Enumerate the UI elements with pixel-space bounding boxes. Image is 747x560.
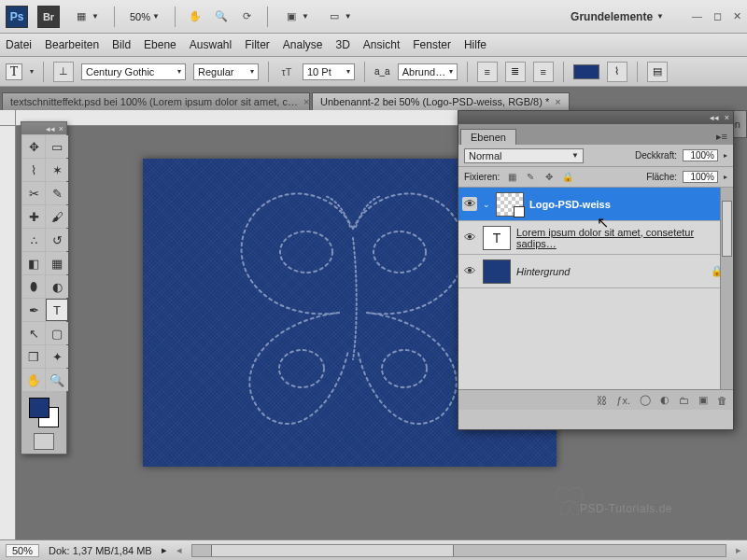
warp-text-button[interactable]: ⌇ — [607, 62, 627, 82]
maximize-icon[interactable]: ◻ — [713, 10, 722, 22]
type-tool-icon[interactable]: T — [46, 299, 68, 321]
antialias-dropdown[interactable]: Abrund…▾ — [398, 63, 458, 80]
fill-slider-icon[interactable]: ▸ — [724, 173, 727, 181]
minimize-icon[interactable]: — — [692, 10, 702, 22]
menu-bild[interactable]: Bild — [112, 38, 131, 51]
layer-name[interactable]: Logo-PSD-weiss — [529, 199, 729, 210]
layer-thumbnail[interactable] — [483, 259, 511, 284]
text-orientation-button[interactable]: ⊥ — [53, 62, 74, 82]
healing-tool-icon[interactable]: ✚ — [22, 205, 45, 228]
eyedropper-tool-icon[interactable]: ✎ — [46, 182, 68, 204]
layer-name[interactable]: Hintergrund — [516, 266, 705, 277]
zoom-level-dropdown[interactable]: 50%▼ — [126, 9, 163, 24]
panel-header[interactable]: ◂◂× — [21, 122, 66, 134]
new-layer-icon[interactable]: ▣ — [698, 394, 708, 406]
layer-thumbnail[interactable]: T — [483, 226, 511, 250]
vertical-ruler[interactable] — [0, 126, 16, 539]
menu-filter[interactable]: Filter — [245, 38, 270, 51]
menu-ansicht[interactable]: Ansicht — [363, 38, 400, 51]
hand-tool-icon[interactable]: ✋ — [22, 369, 45, 391]
lock-transparent-icon[interactable]: ▦ — [505, 171, 518, 184]
rotate-view-icon[interactable]: ⟳ — [239, 8, 256, 25]
screen-mode-dropdown[interactable]: ▭▼ — [322, 7, 356, 27]
view-extras-dropdown[interactable]: ▦▼ — [69, 7, 103, 27]
close-tab-icon[interactable]: × — [555, 96, 560, 107]
status-doc-info[interactable]: Dok: 1,37 MB/1,84 MB — [49, 545, 152, 556]
menu-analyse[interactable]: Analyse — [283, 38, 323, 51]
stamp-tool-icon[interactable]: ⛬ — [22, 229, 45, 251]
type-tool-preset-icon[interactable]: T — [6, 63, 22, 80]
pen-tool-icon[interactable]: ✒ — [22, 299, 45, 321]
font-size-dropdown[interactable]: 10 Pt▾ — [303, 63, 355, 80]
quickselect-tool-icon[interactable]: ✶ — [46, 159, 68, 181]
document-tab[interactable]: textschnitteffekt.psd bei 100% (Lorem ip… — [2, 92, 310, 110]
3d-camera-tool-icon[interactable]: ✦ — [46, 345, 68, 368]
3d-tool-icon[interactable]: ❒ — [22, 345, 45, 368]
bridge-logo-icon[interactable]: Br — [37, 6, 60, 28]
character-panel-button[interactable]: ▤ — [647, 62, 668, 82]
close-icon[interactable]: ✕ — [733, 10, 741, 22]
crop-tool-icon[interactable]: ✂ — [22, 182, 45, 204]
lock-all-icon[interactable]: 🔒 — [561, 171, 574, 184]
workspace-switcher[interactable]: Grundelemente▼ — [571, 10, 664, 23]
visibility-toggle-icon[interactable]: 👁 — [462, 197, 477, 211]
ruler-origin[interactable] — [0, 110, 16, 126]
gradient-tool-icon[interactable]: ▦ — [46, 252, 68, 274]
move-tool-icon[interactable]: ✥ — [22, 135, 45, 158]
add-mask-icon[interactable]: ◯ — [640, 394, 651, 406]
panel-titlebar[interactable]: ◂◂× — [458, 111, 733, 124]
brush-tool-icon[interactable]: 🖌 — [46, 205, 68, 228]
path-select-tool-icon[interactable]: ↖ — [22, 322, 45, 344]
align-right-button[interactable]: ≡ — [533, 62, 554, 82]
menu-bearbeiten[interactable]: Bearbeiten — [45, 38, 99, 51]
opacity-slider-icon[interactable]: ▸ — [724, 151, 727, 160]
menu-fenster[interactable]: Fenster — [413, 38, 451, 51]
scrollbar-vertical[interactable] — [720, 188, 733, 389]
fill-input[interactable]: 100% — [683, 171, 718, 183]
panel-menu-icon[interactable]: ▸≡ — [711, 129, 733, 145]
tab-ebenen[interactable]: Ebenen — [460, 129, 516, 145]
layer-row[interactable]: 👁 Hintergrund 🔒 — [458, 255, 733, 288]
link-layers-icon[interactable]: ⛓ — [597, 395, 607, 406]
status-info-menu-icon[interactable]: ▸ — [162, 544, 167, 556]
lock-pixels-icon[interactable]: ✎ — [524, 171, 537, 184]
dodge-tool-icon[interactable]: ◐ — [46, 275, 68, 298]
visibility-toggle-icon[interactable]: 👁 — [462, 231, 477, 245]
menu-hilfe[interactable]: Hilfe — [464, 38, 486, 51]
menu-3d[interactable]: 3D — [336, 38, 350, 51]
layer-fx-icon[interactable]: ƒx. — [616, 395, 630, 406]
font-family-dropdown[interactable]: Century Gothic▾ — [81, 63, 186, 80]
zoom-icon[interactable]: 🔍 — [213, 8, 230, 25]
foreground-color-swatch[interactable] — [29, 398, 49, 418]
zoom-tool-icon[interactable]: 🔍 — [46, 369, 68, 391]
blur-tool-icon[interactable]: ⬮ — [22, 275, 45, 298]
lasso-tool-icon[interactable]: ⌇ — [22, 159, 45, 181]
layer-name[interactable]: Lorem ipsum dolor sit amet, consetetur s… — [516, 227, 729, 249]
adjustment-layer-icon[interactable]: ◐ — [660, 394, 669, 406]
menu-auswahl[interactable]: Auswahl — [190, 38, 232, 51]
history-brush-tool-icon[interactable]: ↺ — [46, 229, 68, 251]
opacity-input[interactable]: 100% — [683, 149, 718, 161]
menu-datei[interactable]: Datei — [6, 38, 32, 51]
layer-row[interactable]: 👁 T Lorem ipsum dolor sit amet, consetet… — [458, 221, 733, 255]
lock-position-icon[interactable]: ✥ — [543, 171, 556, 184]
marquee-tool-icon[interactable]: ▭ — [46, 135, 68, 158]
font-style-dropdown[interactable]: Regular▾ — [193, 63, 259, 80]
delete-layer-icon[interactable]: 🗑 — [717, 395, 727, 406]
layer-thumbnail[interactable] — [496, 192, 524, 217]
layer-row[interactable]: 👁 ⌄ Logo-PSD-weiss — [458, 188, 733, 221]
text-color-swatch[interactable] — [573, 64, 599, 79]
visibility-toggle-icon[interactable]: 👁 — [462, 264, 477, 278]
blend-mode-dropdown[interactable]: Normal▼ — [464, 148, 584, 163]
document-tab[interactable]: Unbenannt-2 bei 50% (Logo-PSD-weiss, RGB… — [312, 92, 570, 110]
color-swatches[interactable] — [27, 396, 61, 429]
status-zoom[interactable]: 50% — [6, 544, 39, 557]
align-left-button[interactable]: ≡ — [477, 62, 498, 82]
new-group-icon[interactable]: 🗀 — [679, 395, 689, 406]
menu-ebene[interactable]: Ebene — [144, 38, 176, 51]
eraser-tool-icon[interactable]: ◧ — [22, 252, 45, 274]
scrollbar-horizontal[interactable] — [191, 544, 726, 557]
shape-tool-icon[interactable]: ▢ — [46, 322, 68, 344]
quickmask-button[interactable] — [34, 433, 54, 450]
align-center-button[interactable]: ≣ — [505, 62, 526, 82]
